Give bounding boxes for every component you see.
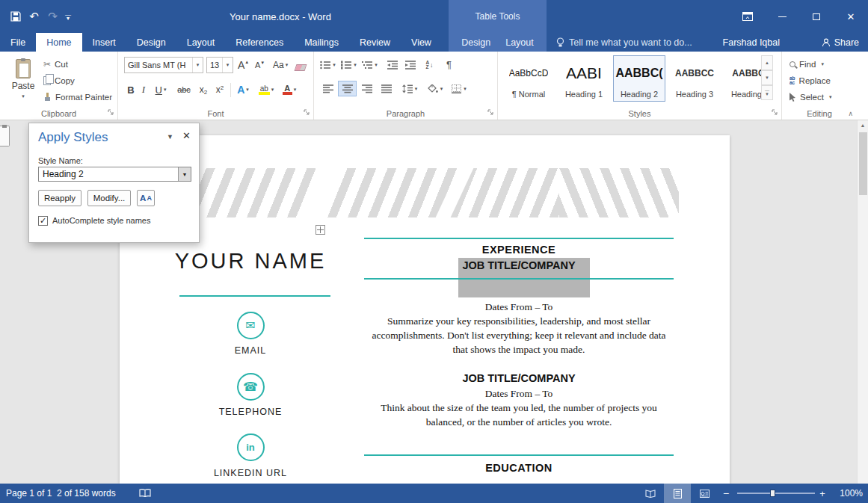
style-heading1[interactable]: AABI Heading 1 bbox=[558, 55, 610, 102]
vertical-scrollbar[interactable]: ▲ bbox=[857, 120, 868, 484]
sort-button[interactable]: AZ ↓ bbox=[420, 57, 439, 72]
change-case-button[interactable]: Aa▾ bbox=[273, 58, 288, 72]
style-name-combo[interactable]: Heading 2 ▼ bbox=[38, 167, 191, 182]
styles-gallery-more-button[interactable]: —▼ bbox=[761, 85, 773, 100]
word-count[interactable]: 2 of 158 words bbox=[57, 484, 116, 503]
ribbon-display-options-button[interactable] bbox=[730, 0, 765, 33]
shading-button[interactable]: ▾ bbox=[425, 81, 446, 96]
zoom-slider-track[interactable] bbox=[737, 493, 815, 494]
job1-dates[interactable]: Dates From – To bbox=[364, 300, 674, 314]
minimize-button[interactable] bbox=[765, 0, 799, 33]
grow-font-button[interactable]: A▲ bbox=[238, 58, 249, 72]
tab-table-design[interactable]: Design bbox=[454, 33, 498, 52]
clear-formatting-button[interactable] bbox=[295, 60, 306, 75]
superscript-button[interactable]: x2 bbox=[212, 81, 227, 98]
collapse-ribbon-button[interactable]: ∧ bbox=[848, 110, 853, 117]
page-count[interactable]: Page 1 of 1 bbox=[6, 484, 52, 503]
save-button[interactable] bbox=[6, 5, 25, 28]
style-heading2[interactable]: AABBC( Heading 2 bbox=[613, 55, 665, 102]
scroll-up-icon[interactable]: ▲ bbox=[858, 123, 868, 128]
tell-me-box[interactable]: Tell me what you want to do... bbox=[556, 33, 692, 52]
paste-button[interactable]: Paste ▾ bbox=[6, 55, 40, 109]
borders-button[interactable]: ▾ bbox=[449, 81, 470, 96]
copy-button[interactable]: Copy bbox=[43, 74, 117, 87]
dialog-close-icon[interactable]: ✕ bbox=[182, 130, 191, 141]
styles-scroll-up-button[interactable]: ▲ bbox=[761, 55, 773, 70]
style-heading3[interactable]: AABBCC Heading 3 bbox=[668, 55, 721, 102]
bold-button[interactable]: B bbox=[124, 81, 138, 98]
tab-references[interactable]: References bbox=[225, 33, 294, 52]
job2-title[interactable]: JOB TITLE/COMPANY bbox=[364, 372, 674, 384]
experience-heading[interactable]: EXPERIENCE bbox=[364, 244, 674, 256]
subscript-button[interactable]: x2 bbox=[196, 81, 211, 98]
justify-button[interactable] bbox=[377, 81, 395, 96]
reapply-button[interactable]: Reapply bbox=[38, 190, 81, 206]
style-normal[interactable]: AaBbCcD ¶ Normal bbox=[502, 55, 555, 102]
find-button[interactable]: Find▾ bbox=[789, 58, 824, 71]
customize-qat-button[interactable]: —▾ bbox=[62, 5, 74, 28]
tab-view[interactable]: View bbox=[401, 33, 442, 52]
chevron-down-icon[interactable]: ▼ bbox=[178, 167, 191, 181]
tab-insert[interactable]: Insert bbox=[82, 33, 126, 52]
web-layout-button[interactable] bbox=[691, 484, 718, 503]
styles-scroll-down-button[interactable]: ▼ bbox=[761, 70, 773, 85]
dialog-options-chevron-icon[interactable]: ▼ bbox=[167, 133, 173, 141]
share-button[interactable]: Share bbox=[822, 33, 859, 52]
close-button[interactable]: ✕ bbox=[834, 0, 868, 33]
highlight-color-button[interactable]: ab▾ bbox=[256, 81, 277, 98]
modify-button[interactable]: Modify... bbox=[87, 190, 131, 206]
proofing-icon[interactable] bbox=[139, 484, 151, 503]
resume-name-heading[interactable]: YOUR NAME bbox=[135, 249, 366, 274]
job1-description[interactable]: Summarize your key responsibilities, lea… bbox=[364, 314, 674, 357]
show-hide-pilcrow-button[interactable]: ¶ bbox=[440, 57, 458, 72]
align-right-button[interactable] bbox=[357, 81, 376, 96]
zoom-out-button[interactable] bbox=[719, 484, 733, 503]
education-heading[interactable]: EDUCATION bbox=[364, 462, 674, 474]
styles-pane-button[interactable]: AA bbox=[137, 190, 155, 206]
job1-title[interactable]: JOB TITLE/COMPANY bbox=[364, 259, 674, 271]
zoom-slider-thumb[interactable] bbox=[770, 490, 775, 497]
align-center-button[interactable] bbox=[338, 81, 357, 96]
multilevel-list-button[interactable]: ▾ bbox=[360, 57, 379, 72]
decrease-indent-button[interactable] bbox=[383, 57, 401, 72]
tab-table-layout[interactable]: Layout bbox=[498, 33, 541, 52]
tab-mailings[interactable]: Mailings bbox=[294, 33, 349, 52]
undo-button[interactable]: ↶ bbox=[25, 5, 43, 28]
italic-button[interactable]: I bbox=[138, 81, 149, 98]
autocomplete-checkbox[interactable] bbox=[38, 216, 48, 226]
tab-review[interactable]: Review bbox=[349, 33, 401, 52]
numbering-button[interactable]: ▾ bbox=[339, 57, 358, 72]
font-size-combo[interactable]: 13 ▾ bbox=[206, 57, 233, 73]
tab-home[interactable]: Home bbox=[36, 33, 81, 52]
maximize-button[interactable] bbox=[799, 0, 834, 33]
document-page[interactable]: YOUR NAME ✉ EMAIL ☎ TELEPHONE in LINKEDI… bbox=[120, 135, 730, 484]
styles-dialog-launcher[interactable] bbox=[771, 108, 779, 117]
align-left-button[interactable] bbox=[318, 81, 337, 96]
increase-indent-button[interactable] bbox=[401, 57, 419, 72]
account-name[interactable]: Farshad Iqbal bbox=[723, 33, 780, 52]
scrollbar-thumb[interactable] bbox=[859, 132, 867, 195]
telephone-label[interactable]: TELEPHONE bbox=[135, 407, 366, 417]
job2-dates[interactable]: Dates From – To bbox=[364, 386, 674, 401]
clipboard-dialog-launcher[interactable] bbox=[107, 108, 115, 117]
select-button[interactable]: Select▾ bbox=[789, 90, 831, 104]
paragraph-dialog-launcher[interactable] bbox=[487, 108, 495, 117]
font-name-combo[interactable]: Gill Sans MT (H ▾ bbox=[124, 57, 203, 73]
text-effects-button[interactable]: A▾ bbox=[233, 81, 253, 98]
bullets-button[interactable]: ▾ bbox=[318, 57, 337, 72]
tab-design[interactable]: Design bbox=[126, 33, 176, 52]
redo-button[interactable]: ↷ bbox=[43, 5, 62, 28]
job2-description[interactable]: Think about the size of the team you led… bbox=[364, 401, 674, 429]
clipboard-panel-icon[interactable] bbox=[0, 126, 10, 146]
email-label[interactable]: EMAIL bbox=[135, 345, 366, 356]
replace-button[interactable]: abac Replace bbox=[789, 74, 831, 87]
linkedin-label[interactable]: LINKEDIN URL bbox=[135, 468, 366, 478]
zoom-percentage[interactable]: 100% bbox=[831, 484, 863, 503]
tab-file[interactable]: File bbox=[0, 33, 36, 52]
format-painter-button[interactable]: Format Painter bbox=[43, 90, 117, 104]
strikethrough-button[interactable]: abc bbox=[175, 81, 193, 98]
zoom-in-button[interactable] bbox=[816, 484, 828, 503]
line-spacing-button[interactable]: ▾ bbox=[399, 81, 420, 96]
print-layout-button[interactable] bbox=[664, 484, 691, 503]
font-dialog-launcher[interactable] bbox=[303, 108, 311, 117]
